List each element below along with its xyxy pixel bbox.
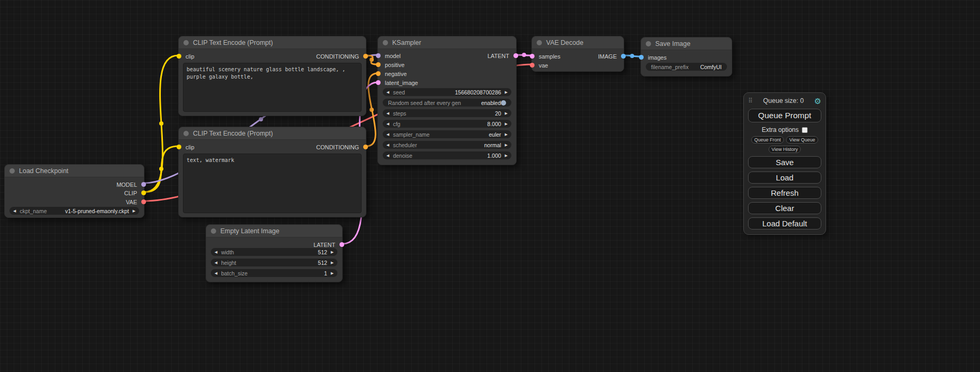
arrow-right-icon[interactable]: ▶ [505, 90, 508, 94]
vae-port-icon[interactable] [141, 199, 146, 204]
input-slot-negative[interactable]: negative [378, 70, 407, 77]
clear-button[interactable]: Clear [748, 202, 821, 214]
input-slot-positive[interactable]: positive [378, 61, 404, 68]
refresh-button[interactable]: Refresh [748, 187, 821, 199]
collapse-dot-icon[interactable] [183, 40, 189, 45]
sampler-name-widget[interactable]: ◀ sampler_name euler ▶ [383, 130, 511, 138]
steps-widget[interactable]: ◀ steps 20 ▶ [383, 109, 511, 117]
arrow-left-icon[interactable]: ◀ [386, 122, 389, 126]
view-queue-button[interactable]: View Queue [786, 136, 818, 144]
drag-handle-icon[interactable]: ⠿ [748, 97, 753, 104]
input-slot-clip[interactable]: clip [179, 53, 195, 60]
node-title-bar[interactable]: Empty Latent Image [206, 225, 342, 237]
node-title-bar[interactable]: Save Image [641, 37, 732, 50]
image-port-icon[interactable] [639, 55, 644, 60]
latent-port-icon[interactable] [513, 53, 518, 58]
comfy-menu-panel[interactable]: ⠿ Queue size: 0 ⚙ Queue Prompt Extra opt… [743, 92, 826, 235]
arrow-right-icon[interactable]: ▶ [331, 250, 334, 254]
arrow-right-icon[interactable]: ▶ [505, 111, 508, 115]
cfg-widget[interactable]: ◀ cfg 8.000 ▶ [383, 120, 511, 128]
settings-gear-icon[interactable]: ⚙ [814, 97, 821, 105]
arrow-right-icon[interactable]: ▶ [331, 261, 334, 264]
filename-prefix-widget[interactable]: filename_prefix ComfyUI [646, 63, 727, 71]
arrow-left-icon[interactable]: ◀ [215, 250, 217, 254]
arrow-left-icon[interactable]: ◀ [386, 143, 389, 147]
arrow-left-icon[interactable]: ◀ [386, 111, 389, 115]
arrow-right-icon[interactable]: ▶ [331, 271, 334, 275]
prompt-textarea[interactable]: beautiful scenery nature glass bottle la… [183, 63, 362, 112]
node-title-bar[interactable]: KSampler [378, 36, 516, 49]
output-slot-latent[interactable]: LATENT [314, 241, 342, 248]
arrow-left-icon[interactable]: ◀ [386, 132, 389, 136]
vae-port-icon[interactable] [530, 63, 535, 68]
arrow-left-icon[interactable]: ◀ [386, 90, 389, 94]
input-slot-model[interactable]: model [378, 52, 401, 59]
input-slot-samples[interactable]: samples [532, 53, 560, 60]
node-title-bar[interactable]: CLIP Text Encode (Prompt) [179, 36, 366, 49]
extra-options-checkbox[interactable] [802, 127, 808, 133]
arrow-right-icon[interactable]: ▶ [505, 143, 508, 147]
node-title-bar[interactable]: Load Checkpoint [5, 165, 144, 177]
output-slot-image[interactable]: IMAGE [598, 53, 624, 60]
model-port-icon[interactable] [376, 53, 381, 58]
conditioning-port-icon[interactable] [363, 54, 368, 59]
output-slot-conditioning[interactable]: CONDITIONING [316, 144, 366, 150]
ckpt-name-widget[interactable]: ◀ ckpt_name v1-5-pruned-emaonly.ckpt ▶ [9, 207, 139, 215]
arrow-right-icon[interactable]: ▶ [505, 132, 508, 136]
width-widget[interactable]: ◀ width 512 ▶ [211, 248, 337, 256]
conditioning-port-icon[interactable] [376, 71, 381, 76]
input-slot-clip[interactable]: clip [179, 144, 195, 150]
input-slot-vae[interactable]: vae [532, 62, 548, 69]
arrow-left-icon[interactable]: ◀ [386, 154, 389, 157]
clip-port-icon[interactable] [141, 190, 146, 195]
input-slot-images[interactable]: images [641, 54, 666, 61]
output-slot-clip[interactable]: CLIP [124, 189, 144, 196]
arrow-left-icon[interactable]: ◀ [13, 209, 16, 213]
node-clip-text-encode-negative[interactable]: CLIP Text Encode (Prompt) clip CONDITION… [178, 127, 366, 217]
save-button[interactable]: Save [748, 156, 821, 168]
arrow-right-icon[interactable]: ▶ [133, 209, 135, 213]
node-graph-canvas[interactable]: Load Checkpoint MODEL CLIP VAE ◀ ckpt_na… [0, 0, 980, 372]
prompt-textarea[interactable]: text, watermark [183, 154, 362, 213]
latent-port-icon[interactable] [376, 80, 381, 85]
output-slot-latent[interactable]: LATENT [488, 52, 516, 59]
node-clip-text-encode-positive[interactable]: CLIP Text Encode (Prompt) clip CONDITION… [178, 36, 366, 116]
collapse-dot-icon[interactable] [383, 40, 388, 45]
view-history-button[interactable]: View History [769, 146, 801, 153]
denoise-widget[interactable]: ◀ denoise 1.000 ▶ [383, 151, 511, 159]
load-button[interactable]: Load [748, 171, 821, 184]
arrow-right-icon[interactable]: ▶ [505, 154, 508, 157]
load-default-button[interactable]: Load Default [748, 217, 821, 230]
height-widget[interactable]: ◀ height 512 ▶ [211, 259, 337, 266]
arrow-left-icon[interactable]: ◀ [215, 261, 217, 264]
batch-size-widget[interactable]: ◀ batch_size 1 ▶ [211, 269, 337, 277]
node-save-image[interactable]: Save Image images filename_prefix ComfyU… [641, 37, 732, 77]
clip-port-icon[interactable] [177, 54, 181, 59]
image-port-icon[interactable] [621, 54, 626, 59]
conditioning-port-icon[interactable] [376, 62, 381, 67]
queue-prompt-button[interactable]: Queue Prompt [748, 109, 821, 122]
conditioning-port-icon[interactable] [363, 145, 368, 149]
queue-front-button[interactable]: Queue Front [751, 136, 784, 144]
latent-port-icon[interactable] [530, 54, 535, 59]
node-empty-latent-image[interactable]: Empty Latent Image LATENT ◀ width 512 ▶ … [206, 224, 343, 282]
arrow-right-icon[interactable]: ▶ [505, 122, 508, 126]
collapse-dot-icon[interactable] [211, 228, 216, 234]
output-slot-conditioning[interactable]: CONDITIONING [316, 53, 366, 60]
scheduler-widget[interactable]: ◀ scheduler normal ▶ [383, 141, 511, 149]
output-slot-vae[interactable]: VAE [126, 198, 144, 205]
model-port-icon[interactable] [141, 182, 146, 187]
latent-port-icon[interactable] [339, 242, 344, 247]
node-vae-decode[interactable]: VAE Decode samples vae IMAGE [531, 36, 624, 72]
seed-widget[interactable]: ◀ seed 156680208700286 ▶ [383, 88, 511, 96]
collapse-dot-icon[interactable] [183, 131, 189, 136]
output-slot-model[interactable]: MODEL [117, 181, 144, 188]
node-ksampler[interactable]: KSampler model positive negative latent_… [377, 36, 517, 165]
collapse-dot-icon[interactable] [537, 40, 542, 45]
random-seed-toggle[interactable]: Random seed after every gen enabled [383, 99, 511, 107]
node-title-bar[interactable]: VAE Decode [532, 36, 624, 49]
node-title-bar[interactable]: CLIP Text Encode (Prompt) [179, 127, 366, 140]
input-slot-latent-image[interactable]: latent_image [378, 79, 418, 86]
node-load-checkpoint[interactable]: Load Checkpoint MODEL CLIP VAE ◀ ckpt_na… [4, 164, 144, 218]
clip-port-icon[interactable] [177, 145, 181, 149]
